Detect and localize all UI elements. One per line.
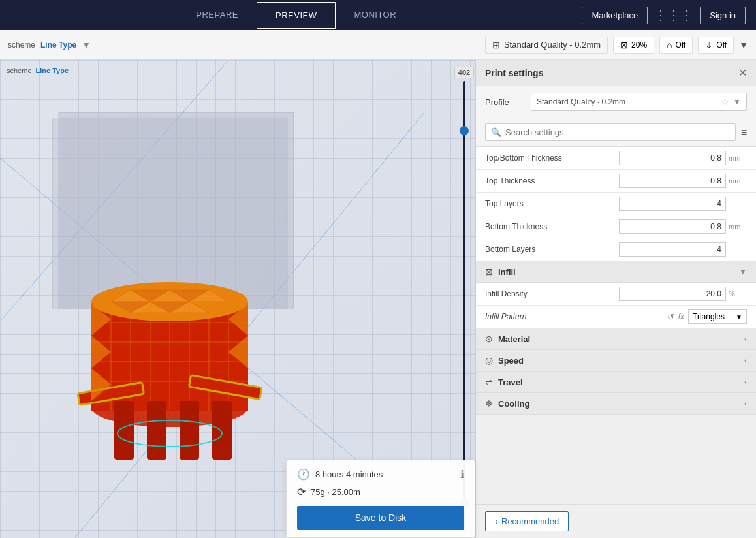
setting-value-wrapper-2: mm [619,174,747,188]
bottom-info-panel: 🕐 8 hours 4 minutes ℹ ⟳ 75g · 25.00m Sav… [286,460,475,538]
time-row: 🕐 8 hours 4 minutes ℹ [297,468,464,481]
quality-text: Standard Quality - 0.2mm [504,40,601,50]
adhesion-icon: ⇓ [705,40,713,50]
speed-section-arrow: ‹ [744,356,747,365]
bottom-thickness-input[interactable] [619,219,726,234]
save-to-disk-button[interactable]: Save to Disk [297,506,464,530]
bottom-thickness-unit: mm [729,223,747,230]
material-section-header[interactable]: ⊙ Material ‹ [476,328,756,350]
recommended-row: ‹ Recommended [476,504,756,538]
scheme-chevron: ▼ [82,40,91,50]
nav-preview[interactable]: PREVIEW [257,2,336,29]
setting-infill-pattern: Infill Pattern ↺ fx Triangles ▼ [476,306,756,328]
setting-bottom-layers: Bottom Layers [476,238,756,261]
nav-links: PREPARE PREVIEW MONITOR [10,2,582,29]
infill-density-value-wrapper: % [619,287,747,301]
top-thickness-unit: mm [729,177,747,185]
material-text: 75g · 25.00m [311,487,464,497]
travel-section-header[interactable]: ⇌ Travel ‹ [476,372,756,393]
setting-infill-density: Infill Density % [476,283,756,306]
recommended-chevron: ‹ [495,517,497,526]
travel-section-title: Travel [498,377,744,387]
adhesion-value: Off [716,40,727,50]
setting-name-topbottom-thickness: Top/Bottom Thickness [485,153,619,163]
scheme-display-label: scheme [7,67,32,74]
top-thickness-input[interactable] [619,174,726,188]
infill-selector[interactable]: ⊠ 20% [613,37,654,54]
travel-section-arrow: ‹ [744,377,747,387]
travel-icon: ⇌ [485,377,493,387]
info-button[interactable]: ℹ [460,468,464,481]
settings-scroll[interactable]: Top/Bottom Thickness mm Top Thickness mm… [476,147,756,504]
setting-value-wrapper: mm [619,151,747,165]
nav-prepare[interactable]: PREPARE [178,2,257,29]
star-icon[interactable]: ☆ [721,97,729,107]
quality-icon: ⊞ [492,40,500,50]
infill-fx-icon[interactable]: fx [678,312,684,321]
setting-value-wrapper-5 [619,242,747,257]
line-type-dropdown[interactable]: Line Type [40,40,76,50]
material-weight-icon: ⟳ [297,486,306,498]
profile-row: Profile Standard Quality · 0.2mm ☆ ▼ [476,86,756,118]
support-icon: ⌂ [667,40,672,50]
infill-density-unit: % [729,290,747,298]
time-text: 8 hours 4 minutes [315,469,455,479]
slider-handle-top[interactable] [460,126,469,135]
settings-group-topbottom: Top/Bottom Thickness mm Top Thickness mm… [476,147,756,261]
top-layers-input[interactable] [619,197,726,211]
quality-selector[interactable]: ⊞ Standard Quality - 0.2mm [485,37,608,54]
speed-section-header[interactable]: ◎ Speed ‹ [476,350,756,372]
signin-button[interactable]: Sign in [700,7,746,24]
infill-reset-icon[interactable]: ↺ [667,312,674,322]
speed-icon: ◎ [485,355,493,366]
panel-close-button[interactable]: ✕ [738,67,747,79]
search-icon: 🔍 [491,127,501,137]
setting-bottom-thickness: Bottom Thickness mm [476,215,756,238]
cooling-section-header[interactable]: ❄ Cooling ‹ [476,393,756,415]
scheme-label: scheme [8,40,35,50]
cooling-section-arrow: ‹ [744,399,747,408]
time-icon: 🕐 [297,468,310,481]
cooling-icon: ❄ [485,398,493,409]
adhesion-selector[interactable]: ⇓ Off [698,37,734,54]
layer-badge: 402 [454,67,474,78]
infill-value: 20% [631,40,647,50]
setting-name-top-layers: Top Layers [485,199,619,208]
infill-pattern-actions: ↺ fx Triangles ▼ [667,309,747,324]
profile-select[interactable]: Standard Quality · 0.2mm ☆ ▼ [531,93,747,111]
top-navigation: PREPARE PREVIEW MONITOR Marketplace ⋮⋮⋮ … [0,0,756,30]
nav-right: Marketplace ⋮⋮⋮ Sign in [582,7,746,24]
topbottom-thickness-input[interactable] [619,151,726,165]
support-value: Off [676,40,686,50]
nav-monitor[interactable]: MONITOR [336,2,415,29]
speed-section-title: Speed [498,356,744,366]
bottom-layers-input[interactable] [619,242,726,257]
profile-chevron-icon[interactable]: ▼ [733,97,741,106]
recommended-button[interactable]: ‹ Recommended [485,511,569,531]
grid-icon[interactable]: ⋮⋮⋮ [654,7,693,23]
toolbar: scheme Line Type ▼ ⊞ Standard Quality - … [0,30,756,60]
infill-section-title: Infill [498,267,739,277]
line-type-display: Line Type [36,67,69,74]
setting-name-bottom-thickness: Bottom Thickness [485,222,619,231]
setting-name-infill-pattern: Infill Pattern [485,312,667,321]
toolbar-expand[interactable]: ▼ [739,40,748,50]
search-row: 🔍 ≡ [476,118,756,147]
support-selector[interactable]: ⌂ Off [659,37,693,54]
infill-section-arrow: ▼ [739,267,747,276]
infill-icon: ⊠ [620,40,628,50]
settings-menu-icon[interactable]: ≡ [741,127,747,138]
setting-top-layers: Top Layers [476,193,756,215]
infill-section-header[interactable]: ⊠ Infill ▼ [476,261,756,283]
infill-pattern-chevron: ▼ [736,313,742,321]
infill-density-input[interactable] [619,287,726,301]
setting-top-thickness: Top Thickness mm [476,170,756,193]
search-input[interactable] [505,127,730,137]
profile-label: Profile [485,97,524,107]
profile-actions: ☆ ▼ [721,97,741,107]
setting-value-wrapper-3 [619,197,747,211]
search-wrapper: 🔍 [485,123,736,141]
infill-pattern-select[interactable]: Triangles ▼ [688,309,747,324]
setting-topbottom-thickness: Top/Bottom Thickness mm [476,147,756,170]
marketplace-button[interactable]: Marketplace [582,7,648,24]
